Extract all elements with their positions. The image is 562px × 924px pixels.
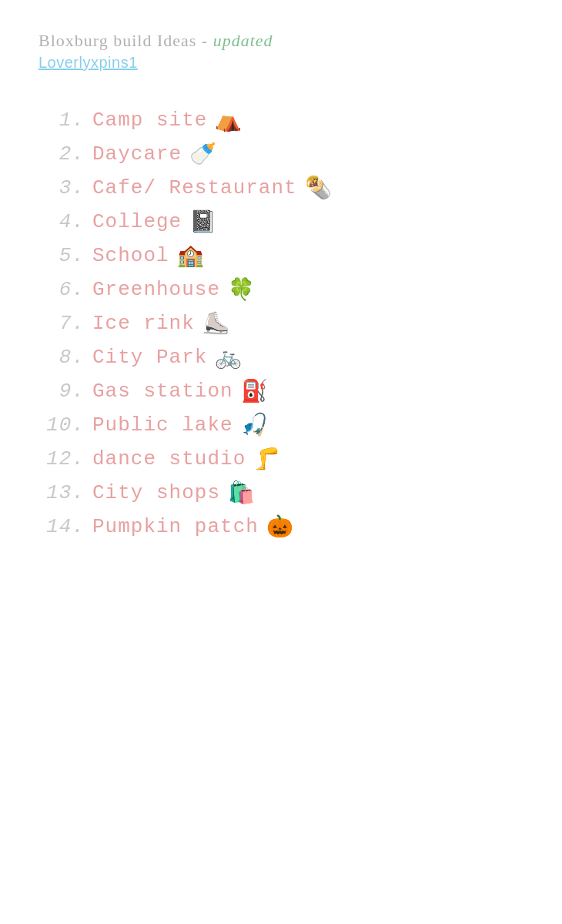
item-text: Daycare	[92, 142, 182, 166]
item-text: City shops	[92, 481, 220, 504]
list-item: 7.Ice rink⛸️	[38, 310, 524, 336]
item-number: 8.	[38, 346, 85, 369]
item-emoji: 🚲	[215, 344, 243, 370]
build-ideas-list: 1.Camp site⛺2.Daycare🍼3.Cafe/ Restaurant…	[38, 107, 524, 547]
item-number: 6.	[38, 278, 85, 301]
item-emoji: ⛺	[215, 107, 243, 133]
item-number: 9.	[38, 380, 85, 403]
list-item: 2.Daycare🍼	[38, 141, 524, 167]
item-number: 13.	[38, 481, 85, 504]
list-item: 10.Public lake🎣	[38, 412, 524, 438]
item-number: 12.	[38, 447, 85, 470]
list-item: 9.Gas station⛽	[38, 378, 524, 404]
item-emoji: ⛸️	[202, 310, 230, 336]
list-item: 12.dance studio🦵	[38, 446, 524, 472]
list-item: 5.School🏫	[38, 243, 524, 269]
item-emoji: 🏫	[177, 243, 205, 269]
subtitle-username: Loverlyxpins1	[38, 54, 273, 72]
list-item: 3.Cafe/ Restaurant🌯	[38, 175, 524, 201]
item-number: 2.	[38, 142, 85, 166]
item-number: 14.	[38, 515, 85, 538]
item-number: 7.	[38, 312, 85, 335]
item-text: Public lake	[92, 413, 233, 437]
list-item: 8.City Park🚲	[38, 344, 524, 370]
item-text: College	[92, 210, 182, 233]
item-number: 1.	[38, 109, 85, 132]
item-text: Pumpkin patch	[92, 515, 259, 538]
item-number: 5.	[38, 244, 85, 267]
list-item: 13.City shops🛍️	[38, 480, 524, 506]
item-number: 3.	[38, 176, 85, 199]
item-emoji: 📓	[189, 209, 217, 235]
item-emoji: ⛽	[241, 378, 269, 404]
item-emoji: 🍼	[189, 141, 217, 167]
item-text: Camp site	[92, 109, 207, 132]
main-title: Bloxburg build Ideas - updated	[38, 31, 273, 50]
item-emoji: 🍀	[228, 276, 256, 303]
item-number: 10.	[38, 413, 85, 437]
item-text: Gas station	[92, 380, 233, 403]
item-emoji: 🎃	[266, 514, 294, 540]
list-item: 4.College📓	[38, 209, 524, 235]
item-text: School	[92, 244, 169, 267]
item-text: Cafe/ Restaurant	[92, 176, 297, 199]
item-emoji: 🎣	[241, 412, 269, 438]
list-item: 6.Greenhouse🍀	[38, 276, 524, 303]
item-emoji: 🌯	[305, 175, 333, 201]
item-text: City Park	[92, 346, 207, 369]
title-text: Bloxburg build Ideas -	[38, 31, 208, 50]
item-text: Ice rink	[92, 312, 195, 335]
item-number: 4.	[38, 210, 85, 233]
item-emoji: 🦵	[253, 446, 281, 472]
item-text: dance studio	[92, 447, 246, 470]
title-block: Bloxburg build Ideas - updated Loverlyxp…	[38, 31, 273, 72]
item-text: Greenhouse	[92, 278, 220, 301]
title-updated: updated	[213, 31, 273, 50]
list-item: 14.Pumpkin patch🎃	[38, 514, 524, 540]
item-emoji: 🛍️	[228, 480, 256, 506]
list-item: 1.Camp site⛺	[38, 107, 524, 133]
